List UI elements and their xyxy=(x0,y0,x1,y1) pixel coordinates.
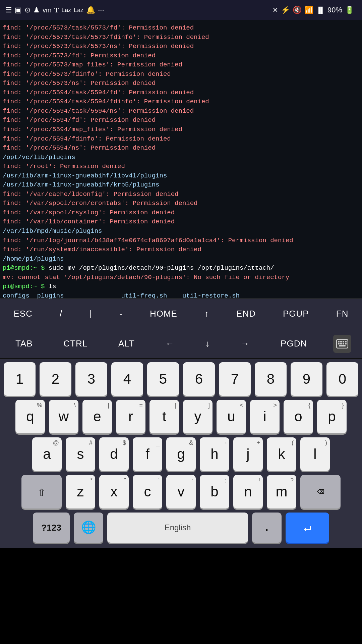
key-r[interactable]: =r xyxy=(116,400,145,433)
user-icon: ♟ xyxy=(33,6,40,14)
key-0[interactable]: 0 xyxy=(326,362,358,396)
key-d[interactable]: $d xyxy=(99,437,129,471)
key-b[interactable]: ;b xyxy=(200,475,229,508)
toolbar-key-ALT[interactable]: ALT xyxy=(114,335,139,352)
battery-icon: 🔋 xyxy=(345,6,354,14)
terminal-line: find: '/proc/5573/task/5573/fd': Permiss… xyxy=(3,23,359,33)
key-x[interactable]: "x xyxy=(99,475,129,508)
key-8[interactable]: 8 xyxy=(255,362,287,396)
key-w[interactable]: \w xyxy=(49,400,78,433)
keyboard-row-q: %q\w|e=r[t]y<u>i{o}p xyxy=(1,400,361,433)
terminal-line: find: '/var/spool/cron/crontabs': Permis… xyxy=(3,199,359,208)
toolbar-key-CTRL[interactable]: CTRL xyxy=(59,335,92,352)
terminal-line: find: '/root': Permission denied xyxy=(3,162,359,171)
key-k[interactable]: (k xyxy=(267,437,296,471)
t-icon: T xyxy=(54,6,59,14)
file-icon: ▣ xyxy=(15,6,22,14)
terminal-line: find: '/proc/5573/fd': Permission denied xyxy=(3,51,359,61)
key-u[interactable]: <u xyxy=(217,400,246,433)
key-l[interactable]: )l xyxy=(300,437,330,471)
key-m[interactable]: ?m xyxy=(267,475,296,508)
key-z[interactable]: *z xyxy=(66,475,95,508)
key-c[interactable]: 'c xyxy=(133,475,162,508)
key-v[interactable]: :v xyxy=(166,475,196,508)
svg-rect-9 xyxy=(339,345,346,346)
key-q[interactable]: %q xyxy=(15,400,45,433)
status-right-icons: ✕ ⚡ 🔇 📶 ▐▌ 90% 🔋 xyxy=(273,6,357,14)
keyboard-toggle-icon[interactable] xyxy=(333,335,351,353)
keyboard-toolbar-1: ESC/|-HOME↑ENDPGUPFN xyxy=(0,299,362,329)
terminal-line: find: '/proc/5594/ns': Permission denied xyxy=(3,144,359,153)
key-e[interactable]: |e xyxy=(82,400,112,433)
key-j[interactable]: +j xyxy=(233,437,263,471)
toolbar-key-TAB[interactable]: TAB xyxy=(11,335,38,352)
key-p[interactable]: }p xyxy=(317,400,347,433)
keyboard: 1234567890 %q\w|e=r[t]y<u>i{o}p @a#s$d_f… xyxy=(0,359,362,548)
sim-icon: ▐▌ xyxy=(316,7,325,14)
terminal-line: find: '/proc/5573/fdinfo': Permission de… xyxy=(3,70,359,79)
laz1-icon: Laz xyxy=(61,7,71,14)
more-icon: ··· xyxy=(98,6,104,14)
key-sym[interactable]: ?123 xyxy=(33,513,70,543)
terminal-line: find: '/proc/5594/task/5594/fdinfo': Per… xyxy=(3,97,359,107)
keyboard-row-z: ⇧*z"x'c:v;b!n?m⌫ xyxy=(1,475,361,508)
key-space[interactable]: English xyxy=(107,513,248,543)
key-2[interactable]: 2 xyxy=(40,362,71,396)
terminal-line: find: '/proc/5594/task/5594/ns': Permiss… xyxy=(3,107,359,116)
key-t[interactable]: [t xyxy=(149,400,179,433)
key-shift[interactable]: ⇧ xyxy=(21,475,62,508)
toolbar-key-/[interactable]: / xyxy=(55,305,67,322)
key-globe[interactable]: 🌐 xyxy=(74,513,103,543)
terminal-line: /usr/lib/arm-linux-gnueabihf/libv4l/plug… xyxy=(3,171,359,181)
key-3[interactable]: 3 xyxy=(75,362,107,396)
key-a[interactable]: @a xyxy=(32,437,62,471)
key-7[interactable]: 7 xyxy=(219,362,251,396)
key-f[interactable]: _f xyxy=(133,437,162,471)
terminal-line: find: '/var/cache/ldconfig': Permission … xyxy=(3,190,359,199)
toolbar-key-pgup[interactable]: PGUP xyxy=(278,305,314,322)
toolbar-key--[interactable]: - xyxy=(115,305,127,322)
toolbar-key-end[interactable]: END xyxy=(232,305,260,322)
toolbar-key-fn[interactable]: FN xyxy=(331,305,353,322)
svg-rect-8 xyxy=(345,343,347,344)
key-5[interactable]: 5 xyxy=(147,362,179,396)
key-y[interactable]: ]y xyxy=(183,400,213,433)
toolbar-key-esc[interactable]: ESC xyxy=(9,305,37,322)
terminal-line: pi@smpd:~ $ ls xyxy=(3,282,359,291)
key-1[interactable]: 1 xyxy=(4,362,36,396)
key-enter[interactable]: ↵ xyxy=(286,513,329,543)
bluetooth-symbol: ⚡ xyxy=(281,6,290,14)
key-9[interactable]: 9 xyxy=(291,362,322,396)
svg-rect-1 xyxy=(338,341,340,342)
bell-icon: 🔔 xyxy=(86,6,95,14)
toolbar-key-PGDN[interactable]: PGDN xyxy=(276,335,312,352)
toolbar-key-|[interactable]: | xyxy=(85,305,97,322)
terminal-line: find: '/run/log/journal/b438af74e0674cfa… xyxy=(3,236,359,246)
key-h[interactable]: -h xyxy=(200,437,229,471)
key-n[interactable]: !n xyxy=(233,475,263,508)
key-dot[interactable]: . xyxy=(252,513,282,543)
terminal[interactable]: find: '/proc/5573/task/5573/fd': Permiss… xyxy=(0,20,362,299)
keyboard-row-bottom: ?123🌐English.↵ xyxy=(1,513,361,543)
key-g[interactable]: &g xyxy=(166,437,196,471)
key-s[interactable]: #s xyxy=(66,437,95,471)
svg-rect-6 xyxy=(340,343,342,344)
key-o[interactable]: {o xyxy=(284,400,313,433)
key-backspace[interactable]: ⌫ xyxy=(300,475,341,508)
toolbar-key-←[interactable]: ← xyxy=(161,335,179,352)
toolbar-key-→[interactable]: → xyxy=(236,335,254,352)
terminal-line: find: '/proc/5594/fdinfo': Permission de… xyxy=(3,135,359,144)
key-i[interactable]: >i xyxy=(250,400,280,433)
bluetooth-icon: ✕ xyxy=(273,6,278,14)
toolbar-key-↓[interactable]: ↓ xyxy=(200,335,215,352)
toolbar-key-↑[interactable]: ↑ xyxy=(200,305,214,322)
key-4[interactable]: 4 xyxy=(111,362,143,396)
key-6[interactable]: 6 xyxy=(183,362,215,396)
toolbar-key-home[interactable]: HOME xyxy=(145,305,182,322)
menu-icon: ☰ xyxy=(5,6,12,14)
terminal-line: pi@smpd:~ $ sudo mv /opt/plugins/detach/… xyxy=(3,264,359,273)
circle-icon: ⊙ xyxy=(24,6,31,14)
terminal-line: find: '/proc/5594/map_files': Permission… xyxy=(3,125,359,135)
svg-rect-5 xyxy=(338,343,340,344)
terminal-line: find: '/proc/5573/task/5573/ns': Permiss… xyxy=(3,42,359,51)
